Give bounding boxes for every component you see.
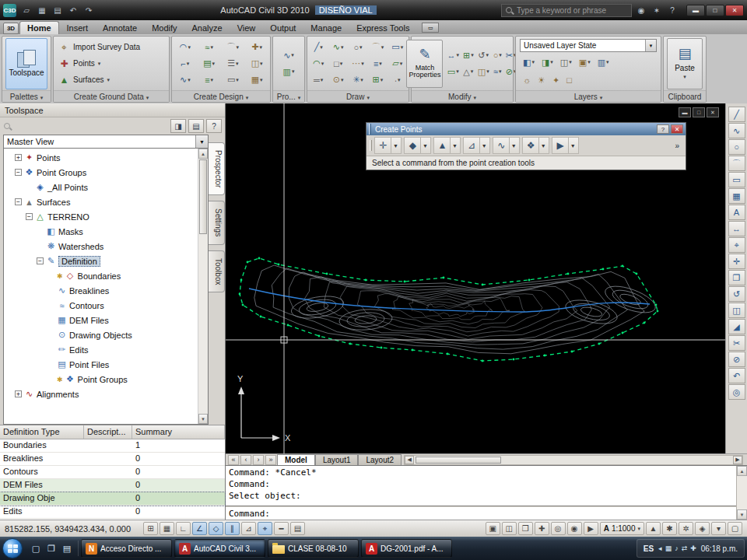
panel-label-create-design[interactable]: Create Design <box>172 90 270 102</box>
tree-item-definition[interactable]: −✎Definition <box>4 254 198 268</box>
layer-visibility-button[interactable]: ☀ <box>536 72 547 88</box>
expand-toggle-icon[interactable]: − <box>15 169 22 176</box>
app-menu-button[interactable]: 3D <box>3 23 19 34</box>
draw-tool-button[interactable]: ═▾ <box>309 72 328 88</box>
tree-item-watersheds[interactable]: ❋Watersheds <box>4 239 198 254</box>
tab-view[interactable]: View <box>230 22 263 34</box>
layer-state-dropdown[interactable]: Unsaved Layer State ▼ <box>520 39 657 52</box>
draw-tool-button[interactable]: ≡▾ <box>368 56 387 72</box>
toolbar-lock-icon[interactable]: ◈ <box>695 522 710 535</box>
ribbon-minimize-button[interactable]: ▭ <box>422 23 439 33</box>
circle-icon[interactable]: ○ <box>728 139 745 155</box>
tab-annotate[interactable]: Annotate <box>96 22 144 34</box>
create-points-titlebar[interactable]: Create Points ?✕ <box>366 123 686 135</box>
draw-tool-button[interactable]: ○▾ <box>349 40 367 55</box>
previous-layout-icon[interactable]: ‹ <box>240 455 251 465</box>
favorites-icon[interactable]: ✶ <box>651 5 663 16</box>
communication-center-icon[interactable]: ◉ <box>635 5 647 16</box>
polyline-icon[interactable]: ∿ <box>728 123 745 138</box>
toolbar-grip[interactable] <box>370 140 372 151</box>
import-points-tool[interactable]: ❖▼ <box>522 137 549 154</box>
dropdown-arrow-icon[interactable]: ▼ <box>391 138 400 153</box>
taskbar-item-dg-2001-pdf-a[interactable]: ADG-2001.pdf - A... <box>361 539 452 558</box>
layer-visibility-button[interactable]: □ <box>565 72 573 88</box>
layer-visibility-button[interactable]: ☼ <box>521 72 532 88</box>
layout-tab-layout2[interactable]: Layout2 <box>358 454 402 465</box>
panel-label-profile[interactable]: Pro... <box>273 90 304 102</box>
workspace-gear-icon[interactable]: ✲ <box>679 522 693 535</box>
clean-screen-icon[interactable]: ▢ <box>728 522 742 535</box>
layout-tab-model[interactable]: Model <box>277 454 315 465</box>
tree-item-terreno[interactable]: −△TERRENO <box>4 209 198 224</box>
language-indicator[interactable]: ES <box>644 544 654 553</box>
help-search-box[interactable] <box>501 4 632 17</box>
first-layout-icon[interactable]: « <box>228 455 239 465</box>
dropdown-arrow-icon[interactable]: ▼ <box>450 138 459 153</box>
arc-icon[interactable]: ⌒ <box>728 156 745 171</box>
grid-toggle[interactable]: ▦ <box>160 522 174 535</box>
explorer-icon[interactable]: ▤ <box>60 541 74 556</box>
side-tab-prospector[interactable]: Prospector <box>209 142 225 195</box>
command-prompt[interactable]: Command: <box>226 506 736 520</box>
tree-item-point-files[interactable]: ▤Point Files <box>4 357 198 372</box>
tree-item-masks[interactable]: ◧Masks <box>4 224 198 239</box>
zoom-icon[interactable]: ◎ <box>728 384 745 400</box>
line-icon[interactable]: ╱ <box>728 107 745 122</box>
scroll-thumb[interactable] <box>199 159 207 234</box>
draw-tool-button[interactable]: ⊙▾ <box>328 72 347 88</box>
tree-item-alignments[interactable]: +∿Alignments <box>4 387 198 401</box>
tab-home[interactable]: Home <box>19 21 59 34</box>
scroll-up-icon[interactable]: ▲ <box>737 466 747 476</box>
table-row-edits[interactable]: Edits0 <box>0 506 225 519</box>
open-icon[interactable]: ▱ <box>19 4 33 16</box>
search-icon[interactable] <box>3 122 12 131</box>
status-menu-arrow-icon[interactable]: ▾ <box>711 522 726 535</box>
drawing-canvas[interactable]: YX ▬□✕ Create Points ?✕ ✛▼◆▼▲▼⊿▼∿▼❖▼▶▼ » <box>226 103 725 453</box>
annotation-autoscale-icon[interactable]: ✱ <box>662 522 677 535</box>
draw-tool-button[interactable]: ▭▾ <box>388 40 407 55</box>
layer-tool-button[interactable]: ▥▾ <box>596 54 611 70</box>
measure-icon[interactable]: ⌖ <box>728 237 745 253</box>
close-button[interactable]: ✕ <box>671 124 683 134</box>
text-icon[interactable]: A <box>728 205 745 220</box>
taskbar-item-acceso-directo[interactable]: NAcceso Directo ... <box>81 539 172 558</box>
rectangle-icon[interactable]: ▭ <box>728 172 745 187</box>
draw-tool-button[interactable]: ∙▾ <box>388 72 407 88</box>
clock[interactable]: 06:18 p.m. <box>701 544 738 553</box>
toolbar-grip[interactable] <box>369 124 371 135</box>
table-row-contours[interactable]: Contours0 <box>0 466 225 479</box>
annotation-scale-button[interactable]: A 1:1000 ▾ <box>600 522 644 535</box>
create-design-tool-button[interactable]: ◫▾ <box>245 56 268 72</box>
start-button[interactable] <box>2 538 23 558</box>
tab-modify[interactable]: Modify <box>145 22 184 34</box>
panel-label-modify[interactable]: Modify <box>412 90 513 102</box>
dyn-toggle[interactable]: ⌖ <box>258 522 272 535</box>
volume-icon[interactable]: ♪ <box>675 544 679 552</box>
profile-tool-button[interactable]: ∿▾ <box>275 47 303 63</box>
draw-tool-button[interactable]: ▱▾ <box>388 56 407 72</box>
tree-item-surfaces[interactable]: −▲Surfaces <box>4 194 198 209</box>
create-design-tool-button[interactable]: ☰▾ <box>222 56 245 72</box>
table-row-dem-files[interactable]: DEM Files0 <box>0 479 225 492</box>
tree-item-point-groups[interactable]: −❖Point Groups <box>4 165 198 180</box>
modify-tool-button[interactable]: ↔▾ <box>445 47 461 63</box>
tab-insert[interactable]: Insert <box>60 22 96 34</box>
run-tool[interactable]: ▶▼ <box>552 137 579 154</box>
import-survey-data-button[interactable]: ⌖Import Survey Data <box>55 40 167 55</box>
miscellaneous-points-tool[interactable]: ✛▼ <box>374 137 402 154</box>
showmotion-icon[interactable]: ▶ <box>584 522 598 535</box>
draw-tool-button[interactable]: □▾ <box>328 56 347 72</box>
modify-tool-button[interactable]: ◫▾ <box>476 64 491 79</box>
tab-manage[interactable]: Manage <box>303 22 349 34</box>
layer-tool-button[interactable]: ◧▾ <box>521 54 536 70</box>
tab-analyze[interactable]: Analyze <box>185 22 230 34</box>
ducs-toggle[interactable]: ⊿ <box>241 522 256 535</box>
erase-icon[interactable]: ⊘ <box>728 352 745 367</box>
create-design-tool-button[interactable]: ∿▾ <box>174 72 197 88</box>
help-icon[interactable]: ? <box>666 5 679 16</box>
table-column-header[interactable]: Definition Type <box>0 425 84 439</box>
dropdown-arrow-icon[interactable]: ▼ <box>479 138 489 153</box>
steering-wheel-icon[interactable]: ◉ <box>567 522 582 535</box>
dropdown-arrow-icon[interactable]: ▼ <box>568 138 577 153</box>
expand-toggle-icon[interactable]: − <box>26 213 33 220</box>
